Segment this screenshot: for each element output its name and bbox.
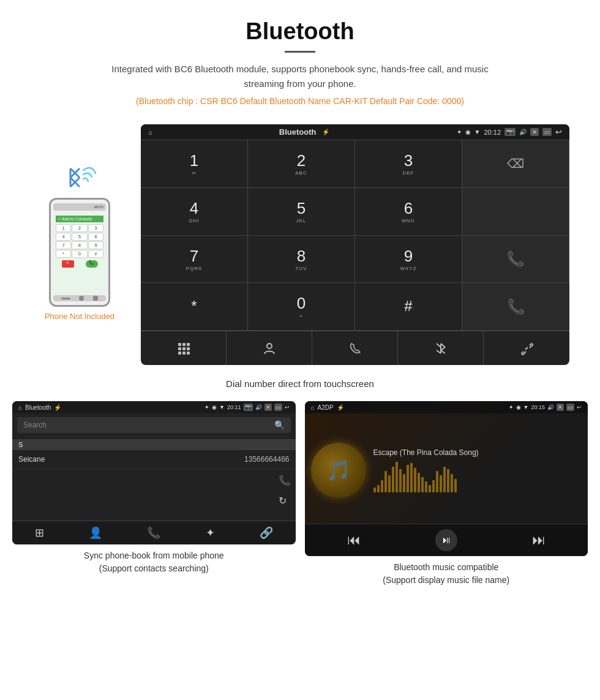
dial-person-icon[interactable]	[227, 331, 312, 365]
dial-call-button[interactable]: 📞	[462, 236, 569, 284]
dial-grid-icon[interactable]	[141, 331, 227, 365]
pb-close-icon[interactable]: ✕	[264, 404, 272, 411]
ms-vol-icon[interactable]: 🔊	[547, 404, 554, 410]
phone-key-7: 7	[56, 241, 71, 249]
phone-not-included-label: Phone Not Included	[45, 312, 114, 321]
visualizer-bar	[373, 487, 376, 492]
ms-next-btn[interactable]: ⏭	[532, 532, 546, 548]
ms-content: 🎵 Escape (The Pina Colada Song)	[305, 413, 588, 524]
ms-controls: ⏮ ⏯ ⏭	[305, 524, 588, 556]
dial-link-icon[interactable]	[484, 331, 569, 365]
camera-icon[interactable]: 📷	[504, 128, 516, 136]
svg-rect-9	[182, 347, 186, 350]
svg-line-16	[441, 344, 445, 347]
home-icon[interactable]: ⌂	[148, 129, 152, 136]
phone-keypad: 1 2 3 4 5 6 7 8 9 * 0 #	[56, 224, 103, 258]
svg-point-14	[267, 344, 272, 348]
ms-status-left: ⌂ A2DP ⚡	[311, 404, 344, 411]
dial-key-1[interactable]: 1 ∞	[141, 140, 248, 188]
dial-key-5[interactable]: 5 JKL	[248, 188, 355, 236]
dial-backspace[interactable]: ⌫	[462, 140, 569, 188]
dial-key-6[interactable]: 6 MNO	[355, 188, 462, 236]
search-icon[interactable]: 🔍	[274, 420, 285, 430]
phonebook-caption: Sync phone-book from mobile phone(Suppor…	[12, 549, 296, 575]
dial-key-3[interactable]: 3 DEF	[355, 140, 462, 188]
ms-usb-icon: ⚡	[337, 404, 344, 411]
dial-key-9[interactable]: 9 WXYZ	[355, 236, 462, 284]
dial-phone-icon[interactable]	[312, 331, 398, 365]
pb-tool-link-icon[interactable]: 🔗	[260, 526, 273, 540]
ms-bt-icon: ✦	[509, 404, 514, 410]
ms-status-bar: ⌂ A2DP ⚡ ✦ ◉ ▼ 20:15 🔊 ✕ ▭ ↩	[305, 401, 588, 413]
pb-call-icon[interactable]: 📞	[279, 475, 291, 486]
back-icon[interactable]: ↩	[555, 127, 562, 137]
ms-close-icon[interactable]: ✕	[557, 404, 564, 411]
visualizer-bar	[447, 469, 449, 492]
svg-rect-10	[187, 347, 190, 350]
status-center: Bluetooth ⚡	[279, 127, 330, 137]
dial-bluetooth-icon[interactable]	[398, 331, 484, 365]
phonebook-screen: ⌂ Bluetooth ⚡ ✦ ◉ ▼ 20:11 📷 🔊 ✕ ▭ ↩	[12, 401, 296, 544]
visualizer-bar	[436, 471, 438, 492]
dial-key-0[interactable]: 0 +	[248, 283, 355, 331]
ms-loc-icon: ◉	[516, 404, 521, 410]
phone-key-4: 4	[56, 233, 71, 241]
signal-icon: ▼	[474, 129, 481, 135]
pb-tool-phone-icon[interactable]: 📞	[147, 526, 160, 540]
phone-key-2: 2	[72, 224, 87, 232]
pb-win-icon[interactable]: ▭	[274, 404, 282, 411]
pb-toolbar: ⊞ 👤 📞 ✦ 🔗	[12, 521, 296, 544]
ms-back-icon[interactable]: ↩	[577, 404, 582, 410]
ms-signal-icon: ▼	[523, 404, 529, 410]
pb-vol-icon[interactable]: 🔊	[255, 404, 262, 410]
pb-status-right: ✦ ◉ ▼ 20:11 📷 🔊 ✕ ▭ ↩	[204, 404, 289, 411]
pb-home-icon[interactable]: ⌂	[18, 404, 22, 411]
pb-back-icon[interactable]: ↩	[285, 404, 290, 410]
ms-prev-btn[interactable]: ⏮	[347, 532, 361, 548]
pb-refresh-icon[interactable]: ↻	[279, 495, 291, 506]
ms-win-icon[interactable]: ▭	[566, 404, 574, 411]
dial-key-2[interactable]: 2 ABC	[248, 140, 355, 188]
bt-signal-icon	[61, 161, 98, 195]
visualizer-bar	[388, 475, 391, 492]
dial-key-4[interactable]: 4 GHI	[141, 188, 248, 236]
pb-search-bar[interactable]: Search 🔍	[17, 417, 291, 433]
pb-contact-list: S Seicane 13566664466	[12, 437, 296, 472]
pb-loc-icon: ◉	[212, 404, 217, 410]
phone-screen-header: + Add to Contacts	[56, 216, 103, 222]
visualizer-bar	[451, 474, 453, 492]
ms-home-icon[interactable]: ⌂	[311, 404, 315, 411]
ms-play-btn[interactable]: ⏯	[435, 529, 457, 551]
dial-key-star[interactable]: *	[141, 283, 248, 331]
ms-time: 20:15	[531, 404, 545, 410]
pb-tool-bt-icon[interactable]: ✦	[206, 526, 215, 540]
dial-key-hash[interactable]: #	[355, 283, 462, 331]
status-left: ⌂	[148, 129, 152, 136]
pb-tool-contacts-icon[interactable]: 👤	[89, 526, 102, 540]
phone-key-hash: #	[88, 250, 103, 258]
ms-play-icon: ⏯	[441, 535, 451, 546]
pb-camera-icon[interactable]: 📷	[244, 404, 253, 411]
ms-album-art: 🎵	[311, 443, 366, 498]
phonebook-block: ⌂ Bluetooth ⚡ ✦ ◉ ▼ 20:11 📷 🔊 ✕ ▭ ↩	[12, 401, 296, 587]
pb-contact-seicane[interactable]: Seicane 13566664466	[12, 450, 296, 469]
close-icon[interactable]: ✕	[530, 128, 539, 136]
pb-title: Bluetooth	[25, 404, 51, 411]
dial-icon-row	[141, 331, 569, 365]
page-header: Bluetooth Integrated with BC6 Bluetooth …	[0, 0, 600, 124]
pb-time: 20:11	[227, 404, 241, 410]
volume-icon[interactable]: 🔊	[519, 129, 527, 135]
bluetooth-specs: (Bluetooth chip : CSR BC6 Default Blueto…	[12, 96, 588, 106]
screen-title: Bluetooth	[279, 127, 317, 137]
pb-tool-grid-icon[interactable]: ⊞	[35, 526, 44, 540]
pb-status-left: ⌂ Bluetooth ⚡	[18, 404, 61, 411]
window-icon[interactable]: ▭	[542, 128, 552, 136]
dial-end-button: 📞	[462, 283, 569, 331]
phone-key-star: *	[56, 250, 71, 258]
dial-key-7[interactable]: 7 PQRS	[141, 236, 248, 284]
visualizer-bar	[381, 480, 383, 492]
visualizer-bar	[429, 485, 431, 492]
phone-top-bar: MOTO	[53, 203, 106, 211]
dial-key-8[interactable]: 8 TUV	[248, 236, 355, 284]
phone-body: MOTO + Add to Contacts 1 2 3 4 5 6 7 8 9…	[49, 198, 110, 307]
